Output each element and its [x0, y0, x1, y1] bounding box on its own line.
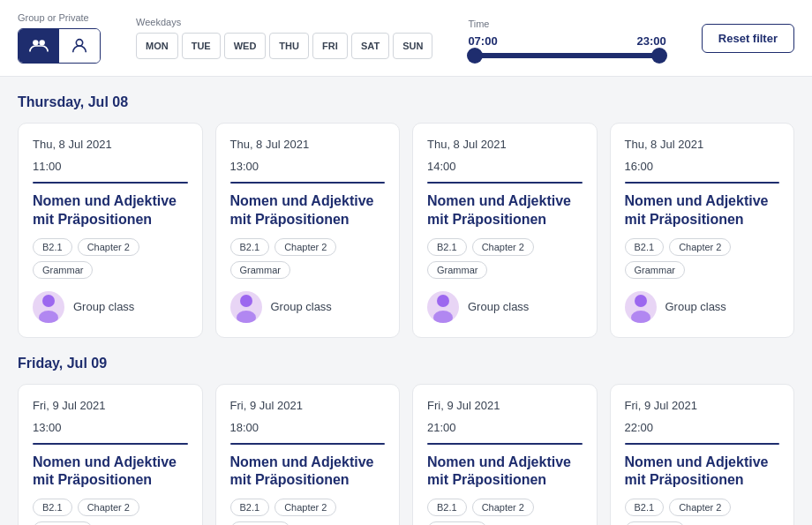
class-card-0-0[interactable]: Thu, 8 Jul 202111:00Nomen und Adjektive … — [18, 123, 203, 338]
card-tags: B2.1Chapter 2Grammar — [230, 238, 386, 279]
weekday-btn-sat[interactable]: SAT — [351, 33, 389, 59]
card-date: Fri, 9 Jul 2021 — [230, 399, 386, 412]
tag-b2.1: B2.1 — [427, 238, 467, 256]
card-date: Thu, 8 Jul 2021 — [230, 138, 386, 151]
group-private-filter: Group or Private — [18, 12, 101, 64]
card-date: Fri, 9 Jul 2021 — [33, 399, 188, 412]
card-time: 11:00 — [33, 160, 188, 173]
svg-point-3 — [42, 295, 55, 307]
slider-thumb-right[interactable] — [651, 48, 667, 64]
tag-chapter-2: Chapter 2 — [472, 499, 534, 516]
card-divider — [230, 182, 386, 184]
main-content: Thursday, Jul 08Thu, 8 Jul 202111:00Nome… — [0, 77, 812, 525]
svg-point-1 — [39, 40, 44, 45]
svg-point-0 — [33, 40, 38, 45]
card-tags: B2.1Chapter 2Grammar — [427, 238, 583, 279]
tag-grammar: Grammar — [33, 261, 93, 279]
cards-row-0: Thu, 8 Jul 202111:00Nomen und Adjektive … — [18, 123, 794, 338]
weekdays-label: Weekdays — [136, 17, 432, 27]
instructor-row: Group class — [625, 291, 780, 323]
card-divider — [33, 443, 188, 445]
card-date: Thu, 8 Jul 2021 — [33, 138, 188, 151]
tag-b2.1: B2.1 — [427, 499, 467, 516]
svg-point-9 — [635, 295, 647, 307]
card-divider — [33, 182, 188, 184]
tag-chapter-2: Chapter 2 — [78, 238, 139, 256]
card-title: Nomen und Adjektive mit Präpositionen — [625, 454, 780, 491]
card-time: 22:00 — [625, 421, 780, 434]
class-card-0-1[interactable]: Thu, 8 Jul 202113:00Nomen und Adjektive … — [215, 123, 401, 338]
card-tags: B2.1Chapter 2Grammar — [625, 238, 780, 279]
card-tags: B2.1Chapter 2Grammar — [33, 238, 188, 279]
day-section-0: Thursday, Jul 08Thu, 8 Jul 202111:00Nome… — [18, 94, 794, 338]
private-button[interactable] — [59, 29, 100, 63]
card-divider — [230, 443, 386, 445]
tag-grammar: Grammar — [625, 521, 685, 525]
time-slider-track[interactable] — [475, 53, 658, 58]
time-filter: Time 07:00 23:00 — [468, 19, 665, 58]
class-card-0-3[interactable]: Thu, 8 Jul 202116:00Nomen und Adjektive … — [610, 123, 795, 338]
tag-chapter-2: Chapter 2 — [274, 499, 336, 516]
tag-b2.1: B2.1 — [230, 238, 270, 256]
card-time: 13:00 — [33, 421, 188, 434]
tag-chapter-2: Chapter 2 — [669, 238, 731, 256]
instructor-label: Group class — [73, 300, 134, 313]
tag-b2.1: B2.1 — [625, 238, 665, 256]
day-section-1: Friday, Jul 09Fri, 9 Jul 202113:00Nomen … — [18, 356, 794, 525]
tag-grammar: Grammar — [230, 261, 290, 279]
card-divider — [427, 182, 583, 184]
tag-grammar: Grammar — [427, 521, 487, 525]
card-time: 13:00 — [230, 160, 386, 173]
card-tags: B2.1Chapter 2Grammar — [427, 499, 583, 525]
class-card-1-0[interactable]: Fri, 9 Jul 202113:00Nomen und Adjektive … — [18, 384, 203, 525]
top-bar: Group or Private Weekdays MONTUEWEDTHUFR… — [0, 0, 812, 77]
card-tags: B2.1Chapter 2Grammar — [230, 499, 386, 525]
day-heading-1: Friday, Jul 09 — [18, 356, 794, 371]
instructor-row: Group class — [33, 291, 188, 323]
day-heading-0: Thursday, Jul 08 — [18, 94, 794, 110]
instructor-row: Group class — [230, 291, 386, 323]
class-card-1-2[interactable]: Fri, 9 Jul 202121:00Nomen und Adjektive … — [412, 384, 598, 525]
class-card-1-3[interactable]: Fri, 9 Jul 202122:00Nomen und Adjektive … — [610, 384, 795, 525]
tag-b2.1: B2.1 — [230, 499, 270, 516]
time-end-value: 23:00 — [637, 34, 666, 48]
instructor-label: Group class — [271, 300, 332, 313]
card-time: 16:00 — [625, 160, 780, 173]
card-title: Nomen und Adjektive mit Präpositionen — [230, 454, 386, 491]
card-date: Thu, 8 Jul 2021 — [427, 138, 583, 151]
group-button[interactable] — [19, 29, 59, 63]
time-start-value: 07:00 — [468, 34, 497, 48]
card-time: 21:00 — [427, 421, 583, 434]
reset-filter-button[interactable]: Reset filter — [702, 24, 794, 53]
class-card-1-1[interactable]: Fri, 9 Jul 202118:00Nomen und Adjektive … — [215, 384, 401, 525]
weekday-btn-tue[interactable]: TUE — [182, 33, 221, 59]
instructor-label: Group class — [665, 300, 726, 313]
weekday-btn-wed[interactable]: WED — [224, 33, 267, 59]
avatar — [33, 291, 64, 323]
card-title: Nomen und Adjektive mit Präpositionen — [33, 454, 188, 491]
slider-thumb-left[interactable] — [467, 48, 483, 64]
svg-point-8 — [433, 311, 453, 323]
weekday-btn-sun[interactable]: SUN — [393, 33, 432, 59]
svg-point-5 — [240, 295, 252, 307]
card-title: Nomen und Adjektive mit Präpositionen — [230, 192, 386, 229]
weekday-btn-mon[interactable]: MON — [136, 33, 178, 59]
class-card-0-2[interactable]: Thu, 8 Jul 202114:00Nomen und Adjektive … — [412, 123, 598, 338]
card-title: Nomen und Adjektive mit Präpositionen — [625, 192, 780, 229]
avatar — [625, 291, 657, 323]
tag-b2.1: B2.1 — [33, 238, 72, 256]
instructor-row: Group class — [427, 291, 583, 323]
card-time: 14:00 — [427, 160, 583, 173]
weekday-btn-thu[interactable]: THU — [269, 33, 309, 59]
card-date: Thu, 8 Jul 2021 — [625, 138, 780, 151]
card-divider — [427, 443, 583, 445]
weekday-btn-fri[interactable]: FRI — [312, 33, 348, 59]
avatar — [427, 291, 459, 323]
avatar — [230, 291, 262, 323]
card-divider — [625, 182, 780, 184]
tag-grammar: Grammar — [625, 261, 685, 279]
card-date: Fri, 9 Jul 2021 — [625, 399, 780, 412]
tag-chapter-2: Chapter 2 — [472, 238, 534, 256]
svg-point-10 — [631, 311, 650, 323]
tag-chapter-2: Chapter 2 — [274, 238, 336, 256]
